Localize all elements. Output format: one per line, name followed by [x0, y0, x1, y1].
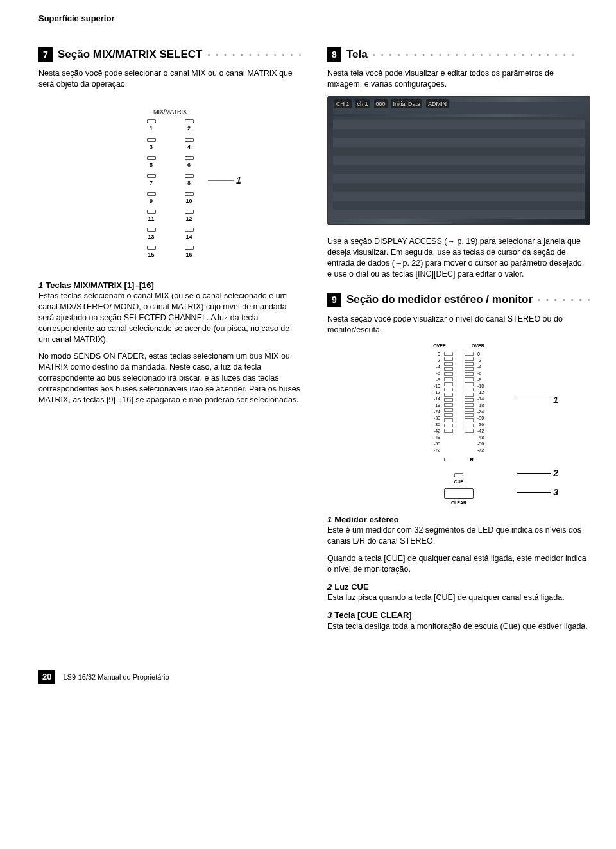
- sec9-item-3: 3Tecla [CUE CLEAR] Esta tecla desliga to…: [327, 610, 590, 631]
- section-9-intro: Nesta seção você pode visualizar o nível…: [327, 314, 590, 336]
- mixmatrix-button[interactable]: 5: [143, 156, 160, 169]
- sec9-item-2: 2Luz CUE Esta luz pisca quando a tecla […: [327, 581, 590, 603]
- page-header: Superfície superior: [38, 13, 590, 24]
- page-footer: 20 LS9-16/32 Manual do Proprietário: [38, 670, 590, 684]
- mixmatrix-button[interactable]: 14: [181, 228, 198, 241]
- section-8-head: 8 Tela • • • • • • • • • • • • • • • • •…: [327, 47, 590, 62]
- section-7-title: Seção MIX/MATRIX SELECT: [58, 47, 202, 62]
- right-column: 8 Tela • • • • • • • • • • • • • • • • •…: [327, 47, 590, 639]
- section-9-number: 9: [327, 293, 341, 307]
- dots-icon: • • • • • • • • • • • • • • • • • • • • …: [207, 50, 302, 60]
- page-number: 20: [38, 670, 55, 684]
- mixmatrix-button[interactable]: 15: [143, 246, 160, 259]
- mixmatrix-button[interactable]: 2: [181, 119, 198, 132]
- section-9-title: Seção do medidor estéreo / monitor: [346, 293, 533, 307]
- cue-clear-button[interactable]: [444, 488, 474, 499]
- mixmatrix-panel-title: MIX/MATRIX: [132, 108, 208, 116]
- section-8-number: 8: [327, 47, 341, 62]
- mixmatrix-button[interactable]: 11: [143, 210, 160, 223]
- mixmatrix-button[interactable]: 10: [181, 192, 198, 205]
- callout-1: 1: [208, 174, 241, 186]
- section-7-intro: Nesta seção você pode selecionar o canal…: [38, 68, 302, 90]
- callout-meter-1: 1: [517, 394, 558, 406]
- left-column: 7 Seção MIX/MATRIX SELECT • • • • • • • …: [38, 47, 302, 639]
- dots-icon: • • • • • • • • • • • • • • • • • • • • …: [373, 50, 590, 60]
- mixmatrix-button[interactable]: 9: [143, 192, 160, 205]
- section-7-head: 7 Seção MIX/MATRIX SELECT • • • • • • • …: [38, 47, 302, 62]
- section-8-intro: Nesta tela você pode visualizar e editar…: [327, 68, 590, 90]
- section-8-para: Use a seção DISPLAY ACCESS (→ p. 19) par…: [327, 236, 590, 280]
- section-8-title: Tela: [346, 47, 368, 62]
- cue-led-icon: [454, 473, 463, 477]
- section-7-number: 7: [38, 47, 53, 62]
- mixmatrix-button[interactable]: 16: [181, 246, 198, 259]
- mixmatrix-button[interactable]: 1: [143, 119, 160, 132]
- mixmatrix-button[interactable]: 3: [143, 138, 160, 151]
- stereo-meter-diagram: OVER OVER 0-2-4-6-8-10-12-14-18-24-30-36…: [398, 343, 520, 506]
- mixmatrix-panel: MIX/MATRIX 1 2 3 4 5 6 7 8 1: [128, 103, 212, 264]
- mixmatrix-button[interactable]: 13: [143, 228, 160, 241]
- callout-meter-3: 3: [517, 486, 558, 499]
- sec7-item1-p2: No modo SENDS ON FADER, estas teclas sel…: [38, 351, 302, 405]
- mixmatrix-button[interactable]: 6: [181, 156, 198, 169]
- mixmatrix-button[interactable]: 4: [181, 138, 198, 151]
- manual-title: LS9-16/32 Manual do Proprietário: [63, 673, 169, 682]
- section-9-head: 9 Seção do medidor estéreo / monitor • •…: [327, 293, 590, 307]
- callout-meter-2: 2: [517, 467, 558, 479]
- mixmatrix-button[interactable]: 8: [181, 174, 198, 187]
- sec7-item-1: 1Teclas MIX/MATRIX [1]–[16] Estas teclas…: [38, 280, 302, 406]
- mixmatrix-button[interactable]: 12: [181, 210, 198, 223]
- sec7-item1-p1: Estas teclas selecionam o canal MIX (ou …: [38, 291, 302, 345]
- lcd-screenshot: CH 1 ch 1 000 Initial Data ADMIN: [327, 96, 590, 225]
- mixmatrix-button[interactable]: 7: [143, 174, 160, 187]
- dots-icon: • • • • • • • • • • • • • • • • • • • • …: [538, 295, 590, 305]
- sec9-item-1: 1Medidor estéreo Este é um medidor com 3…: [327, 514, 590, 575]
